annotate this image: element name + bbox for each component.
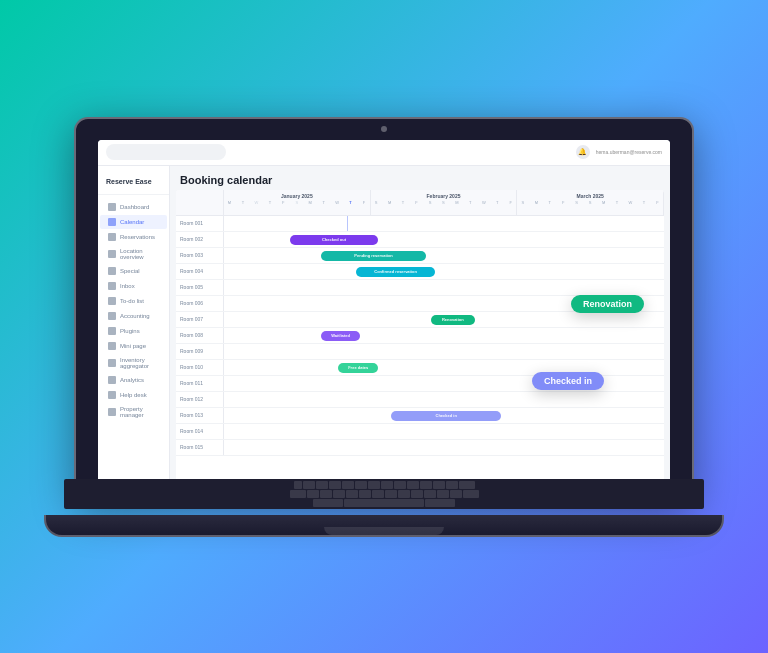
sidebar-item-special[interactable]: Special [100, 264, 167, 278]
sidebar-item-inventory[interactable]: Inventory aggregator [100, 354, 167, 372]
laptop-base [44, 515, 724, 537]
share-icon [108, 359, 116, 367]
bar-waitlisted[interactable]: Waitlisted [321, 331, 361, 341]
table-row: Room 005 [176, 280, 664, 296]
renovation-badge: Renovation [571, 295, 644, 313]
gantt-header: January 2025 MT WT FS MT WT F [176, 190, 664, 216]
grid-icon [108, 203, 116, 211]
question-icon [108, 391, 116, 399]
main-content: Booking calendar January 2025 MT [170, 166, 670, 496]
topbar-right: 🔔 hema.uberman@reserve.com [576, 145, 662, 159]
checked-in-badge: Checked in [532, 372, 604, 390]
user-email: hema.uberman@reserve.com [596, 149, 662, 155]
laptop-keyboard [64, 479, 704, 509]
sidebar-item-dashboard[interactable]: Dashboard [100, 200, 167, 214]
map-icon [108, 250, 116, 258]
star-icon [108, 267, 116, 275]
table-row: Room 009 [176, 344, 664, 360]
month-feb: February 2025 SM TF SS MT WT F [371, 190, 518, 215]
page-title: Booking calendar [180, 174, 660, 186]
sidebar: Reserve Ease Dashboard Calendar Reservat… [98, 166, 170, 496]
list-icon [108, 233, 116, 241]
app-screen: 🔔 hema.uberman@reserve.com Reserve Ease … [98, 140, 670, 496]
table-row: Room 008 Waitlisted [176, 328, 664, 344]
bar-checked-out[interactable]: Checked out [290, 235, 378, 245]
sidebar-item-calendar[interactable]: Calendar [100, 215, 167, 229]
table-row: Room 003 Pending reservation [176, 248, 664, 264]
page-title-bar: Booking calendar [170, 166, 670, 190]
month-feb-days: SM TF SS MT WT F [371, 200, 517, 205]
bar-checked-in[interactable]: Checked in [391, 411, 501, 421]
month-mar-label: March 2025 [517, 192, 663, 200]
table-row: Room 014 [176, 424, 664, 440]
sidebar-item-accounting[interactable]: Accounting [100, 309, 167, 323]
gantt-body: Room 001 Room 002 Checked out [176, 216, 664, 456]
mail-icon [108, 282, 116, 290]
sidebar-item-analytics[interactable]: Analytics [100, 373, 167, 387]
table-row: Room 002 Checked out [176, 232, 664, 248]
sidebar-item-property[interactable]: Property manager [100, 403, 167, 421]
plug-icon [108, 327, 116, 335]
bar-renovation[interactable]: Renovation [431, 315, 475, 325]
app-logo: Reserve Ease [98, 174, 169, 195]
table-row: Room 001 [176, 216, 664, 232]
laptop-screen-bezel: 🔔 hema.uberman@reserve.com Reserve Ease … [74, 117, 694, 507]
month-mar-days: SM TF SS MT WT F [517, 200, 663, 205]
bar-free-dates[interactable]: Free dates [338, 363, 378, 373]
dollar-icon [108, 312, 116, 320]
search-bar[interactable] [106, 144, 226, 160]
sidebar-item-helpdesk[interactable]: Help desk [100, 388, 167, 402]
month-jan: January 2025 MT WT FS MT WT F [224, 190, 371, 215]
laptop-camera [381, 126, 387, 132]
month-jan-label: January 2025 [224, 192, 370, 200]
check-icon [108, 297, 116, 305]
sidebar-item-reservations[interactable]: Reservations [100, 230, 167, 244]
table-row: Room 012 [176, 392, 664, 408]
notification-icon[interactable]: 🔔 [576, 145, 590, 159]
file-icon [108, 342, 116, 350]
month-mar: March 2025 SM TF SS MT WT F [517, 190, 664, 215]
table-row: Room 004 Confirmed reservation [176, 264, 664, 280]
calendar-icon [108, 218, 116, 226]
app-topbar: 🔔 hema.uberman@reserve.com [98, 140, 670, 166]
month-jan-days: MT WT FS MT WT F [224, 200, 370, 205]
table-row: Room 013 Checked in [176, 408, 664, 424]
sidebar-item-minipage[interactable]: Mini page [100, 339, 167, 353]
bar-confirmed[interactable]: Confirmed reservation [356, 267, 435, 277]
sidebar-item-location[interactable]: Location overview [100, 245, 167, 263]
laptop-shell: 🔔 hema.uberman@reserve.com Reserve Ease … [74, 117, 694, 537]
gantt-container: January 2025 MT WT FS MT WT F [176, 190, 664, 490]
month-feb-label: February 2025 [371, 192, 517, 200]
sidebar-item-todo[interactable]: To-do list [100, 294, 167, 308]
gantt-months: January 2025 MT WT FS MT WT F [224, 190, 664, 215]
room-header [176, 190, 224, 215]
table-row: Room 015 [176, 440, 664, 456]
bar-pending[interactable]: Pending reservation [321, 251, 427, 261]
sidebar-item-plugins[interactable]: Plugins [100, 324, 167, 338]
sidebar-item-inbox[interactable]: Inbox [100, 279, 167, 293]
app-body: Reserve Ease Dashboard Calendar Reservat… [98, 166, 670, 496]
chart-icon [108, 376, 116, 384]
home-icon [108, 408, 116, 416]
table-row: Room 007 Renovation [176, 312, 664, 328]
